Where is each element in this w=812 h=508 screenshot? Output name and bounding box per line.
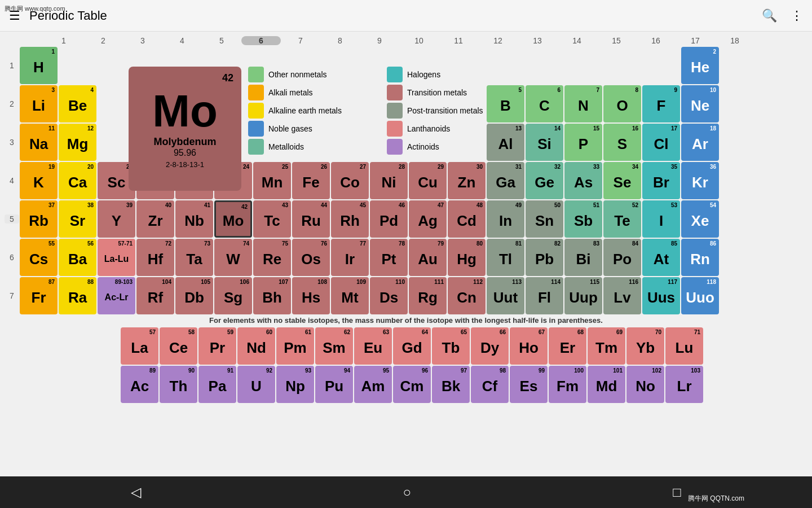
element-Rg[interactable]: 111Rg bbox=[409, 277, 447, 314]
element-La-Lu[interactable]: 57-71La-Lu bbox=[98, 239, 135, 276]
element-Hf[interactable]: 72Hf bbox=[136, 239, 174, 276]
element-Li[interactable]: 3Li bbox=[20, 85, 58, 122]
element-Pt[interactable]: 78Pt bbox=[370, 239, 408, 276]
element-Pr[interactable]: 59Pr bbox=[198, 327, 236, 365]
element-Cs[interactable]: 55Cs bbox=[20, 239, 58, 276]
home-button[interactable]: ○ bbox=[403, 484, 411, 500]
element-K[interactable]: 19K bbox=[20, 162, 58, 199]
element-Mg[interactable]: 12Mg bbox=[59, 124, 96, 161]
element-Tc[interactable]: 43Tc bbox=[253, 200, 291, 238]
element-Rh[interactable]: 45Rh bbox=[331, 200, 369, 238]
element-Yb[interactable]: 70Yb bbox=[626, 327, 664, 365]
element-Ba[interactable]: 56Ba bbox=[59, 239, 96, 276]
element-Am[interactable]: 95Am bbox=[354, 366, 392, 403]
element-Sn[interactable]: 50Sn bbox=[526, 200, 563, 238]
element-Na[interactable]: 11Na bbox=[20, 124, 58, 161]
element-In[interactable]: 49In bbox=[487, 200, 524, 238]
element-H[interactable]: 1H bbox=[20, 47, 58, 84]
more-icon[interactable]: ⋮ bbox=[791, 8, 803, 23]
element-Cu[interactable]: 29Cu bbox=[409, 162, 447, 199]
element-Np[interactable]: 93Np bbox=[276, 366, 314, 403]
element-Fe[interactable]: 26Fe bbox=[292, 162, 330, 199]
element-Uus[interactable]: 117Uus bbox=[642, 277, 680, 314]
element-Ds[interactable]: 110Ds bbox=[370, 277, 408, 314]
element-Sr[interactable]: 38Sr bbox=[59, 200, 96, 238]
element-Xe[interactable]: 54Xe bbox=[681, 200, 719, 238]
element-Pb[interactable]: 82Pb bbox=[526, 239, 563, 276]
element-Pm[interactable]: 61Pm bbox=[276, 327, 314, 365]
element-Fm[interactable]: 100Fm bbox=[549, 366, 586, 403]
element-F[interactable]: 9F bbox=[642, 85, 680, 122]
element-Uut[interactable]: 113Uut bbox=[487, 277, 524, 314]
element-Po[interactable]: 84Po bbox=[603, 239, 641, 276]
element-Co[interactable]: 27Co bbox=[331, 162, 369, 199]
element-Ta[interactable]: 73Ta bbox=[175, 239, 213, 276]
element-Uuo[interactable]: 118Uuo bbox=[681, 277, 719, 314]
element-Pa[interactable]: 91Pa bbox=[198, 366, 236, 403]
element-Rf[interactable]: 104Rf bbox=[136, 277, 174, 314]
element-Br[interactable]: 35Br bbox=[642, 162, 680, 199]
element-Be[interactable]: 4Be bbox=[59, 85, 96, 122]
element-Ho[interactable]: 67Ho bbox=[510, 327, 548, 365]
element-Ge[interactable]: 32Ge bbox=[526, 162, 563, 199]
element-Cd[interactable]: 48Cd bbox=[448, 200, 486, 238]
element-Sg[interactable]: 106Sg bbox=[214, 277, 252, 314]
element-Sm[interactable]: 62Sm bbox=[315, 327, 353, 365]
element-Ga[interactable]: 31Ga bbox=[487, 162, 524, 199]
search-icon[interactable]: 🔍 bbox=[762, 8, 777, 23]
element-I[interactable]: 53I bbox=[642, 200, 680, 238]
element-Cm[interactable]: 96Cm bbox=[393, 366, 431, 403]
element-Bh[interactable]: 107Bh bbox=[253, 277, 291, 314]
element-Md[interactable]: 101Md bbox=[588, 366, 625, 403]
element-Se[interactable]: 34Se bbox=[603, 162, 641, 199]
element-Sb[interactable]: 51Sb bbox=[564, 200, 602, 238]
element-Dy[interactable]: 66Dy bbox=[471, 327, 509, 365]
element-Ir[interactable]: 77Ir bbox=[331, 239, 369, 276]
element-Gd[interactable]: 64Gd bbox=[393, 327, 431, 365]
element-Tb[interactable]: 65Tb bbox=[432, 327, 470, 365]
element-Tl[interactable]: 81Tl bbox=[487, 239, 524, 276]
element-Nb[interactable]: 41Nb bbox=[175, 200, 213, 238]
element-P[interactable]: 15P bbox=[564, 124, 602, 161]
element-N[interactable]: 7N bbox=[564, 85, 602, 122]
element-Kr[interactable]: 36Kr bbox=[681, 162, 719, 199]
element-Er[interactable]: 68Er bbox=[549, 327, 586, 365]
element-At[interactable]: 85At bbox=[642, 239, 680, 276]
element-Db[interactable]: 105Db bbox=[175, 277, 213, 314]
element-Zn[interactable]: 30Zn bbox=[448, 162, 486, 199]
element-Lu[interactable]: 71Lu bbox=[665, 327, 703, 365]
element-Hg[interactable]: 80Hg bbox=[448, 239, 486, 276]
element-Tm[interactable]: 69Tm bbox=[588, 327, 625, 365]
element-C[interactable]: 6C bbox=[526, 85, 563, 122]
element-O[interactable]: 8O bbox=[603, 85, 641, 122]
element-Ag[interactable]: 47Ag bbox=[409, 200, 447, 238]
element-Pu[interactable]: 94Pu bbox=[315, 366, 353, 403]
element-Mo[interactable]: 42Mo bbox=[214, 200, 252, 238]
back-button[interactable]: ◁ bbox=[131, 484, 141, 500]
element-Cl[interactable]: 17Cl bbox=[642, 124, 680, 161]
element-Si[interactable]: 14Si bbox=[526, 124, 563, 161]
element-Nd[interactable]: 60Nd bbox=[237, 327, 275, 365]
element-Ac[interactable]: 89Ac bbox=[121, 366, 158, 403]
element-S[interactable]: 16S bbox=[603, 124, 641, 161]
element-Ru[interactable]: 44Ru bbox=[292, 200, 330, 238]
element-Zr[interactable]: 40Zr bbox=[136, 200, 174, 238]
element-Eu[interactable]: 63Eu bbox=[354, 327, 392, 365]
element-La[interactable]: 57La bbox=[121, 327, 158, 365]
element-Fr[interactable]: 87Fr bbox=[20, 277, 58, 314]
element-Os[interactable]: 76Os bbox=[292, 239, 330, 276]
element-Y[interactable]: 39Y bbox=[98, 200, 135, 238]
recents-button[interactable]: □ bbox=[673, 484, 681, 500]
element-Re[interactable]: 75Re bbox=[253, 239, 291, 276]
col-6[interactable]: 6 bbox=[241, 36, 281, 45]
element-Bk[interactable]: 97Bk bbox=[432, 366, 470, 403]
element-Cf[interactable]: 98Cf bbox=[471, 366, 509, 403]
element-U[interactable]: 92U bbox=[237, 366, 275, 403]
element-Ar[interactable]: 18Ar bbox=[681, 124, 719, 161]
element-Ne[interactable]: 10Ne bbox=[681, 85, 719, 122]
element-As[interactable]: 33As bbox=[564, 162, 602, 199]
element-Ac-Lr[interactable]: 89-103Ac-Lr bbox=[98, 277, 135, 314]
element-Mt[interactable]: 109Mt bbox=[331, 277, 369, 314]
element-Mn[interactable]: 25Mn bbox=[253, 162, 291, 199]
element-Ra[interactable]: 88Ra bbox=[59, 277, 96, 314]
